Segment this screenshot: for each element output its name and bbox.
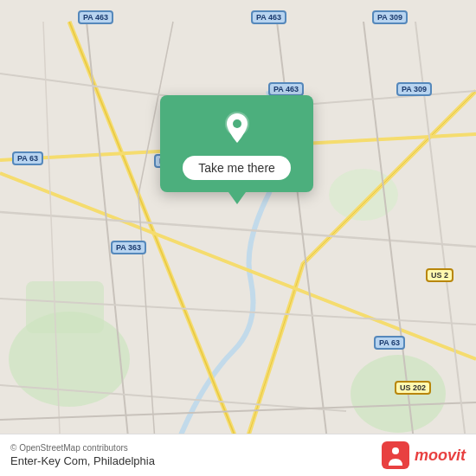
bottom-info: © OpenStreetMap contributors Enter-Key C… — [10, 443, 155, 467]
svg-point-8 — [392, 447, 399, 454]
location-name: Enter-Key Com, Philadelphia — [10, 454, 155, 467]
road-network — [0, 0, 476, 476]
svg-rect-4 — [26, 281, 104, 333]
road-badge-pa309-mid: PA 309 — [396, 82, 432, 96]
moovit-text-label: moovit — [415, 447, 466, 465]
road-badge-pa63-left: PA 63 — [12, 151, 43, 165]
road-badge-pa463-top-center: PA 463 — [251, 10, 286, 24]
take-me-there-button[interactable]: Take me there — [183, 156, 291, 180]
location-pin-icon — [218, 109, 256, 147]
svg-point-6 — [233, 119, 241, 128]
osm-attribution: © OpenStreetMap contributors — [10, 443, 155, 453]
map-container: PA 463 PA 463 PA 309 PA 463 PA 309 PA 63… — [0, 0, 476, 476]
road-badge-pa63-bottom: PA 63 — [374, 336, 405, 350]
moovit-brand-icon — [382, 441, 409, 469]
road-badge-pa363: PA 363 — [111, 241, 146, 254]
road-badge-pa463-top-left: PA 463 — [78, 10, 113, 24]
road-badge-pa309-top-right: PA 309 — [372, 10, 408, 24]
road-badge-pa463-mid: PA 463 — [268, 82, 304, 96]
road-badge-us2: US 2 — [426, 268, 453, 282]
moovit-logo: moovit — [382, 441, 466, 469]
bottom-bar: © OpenStreetMap contributors Enter-Key C… — [0, 434, 476, 476]
road-badge-us202: US 202 — [395, 381, 431, 395]
popup-card: Take me there — [160, 95, 313, 192]
